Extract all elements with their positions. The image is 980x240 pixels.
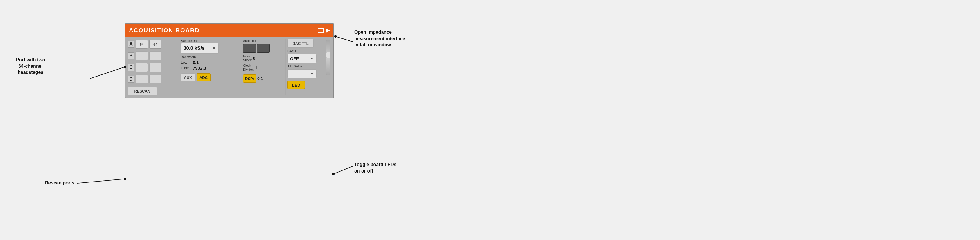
port-c-btn1[interactable] bbox=[135, 63, 148, 72]
port-d-btn2[interactable] bbox=[149, 75, 161, 83]
rescan-button[interactable]: RESCAN bbox=[128, 87, 157, 95]
title-bar-icons: ▶ bbox=[318, 27, 330, 34]
port-b-btn1[interactable] bbox=[135, 51, 148, 60]
svg-line-2 bbox=[77, 179, 125, 183]
ttl-settle-dropdown[interactable]: - ▼ bbox=[288, 69, 317, 78]
clock-divider-row: ClockDivider: 1 bbox=[243, 64, 284, 71]
audio-section: Audio out bbox=[243, 39, 284, 53]
port-row-c: C bbox=[128, 62, 177, 73]
dac-ttl-button[interactable]: DAC TTL bbox=[288, 39, 313, 48]
clock-divider-label: ClockDivider: bbox=[243, 64, 254, 71]
port-row-a: A 64 64 bbox=[128, 39, 177, 50]
port-c-btn2[interactable] bbox=[149, 63, 161, 72]
dsp-row: DSP: 0.1 bbox=[243, 74, 284, 83]
dac-hpf-label: DAC HPF bbox=[288, 50, 325, 53]
right-mid-section: Audio out NoiseSlicer: 0 ClockDivider: 1 bbox=[243, 39, 284, 95]
dsp-value: 0.1 bbox=[257, 76, 263, 81]
ttl-settle-value: - bbox=[290, 71, 309, 76]
bandwidth-low-row: Low: 0.1 bbox=[181, 60, 239, 65]
annotation-rescan-line1: Rescan ports bbox=[45, 180, 74, 185]
sample-rate-arrow: ▼ bbox=[212, 46, 216, 51]
title-bar: ACQUISITION BOARD ▶ bbox=[126, 24, 333, 37]
dac-hpf-dropdown[interactable]: OFF ▼ bbox=[288, 54, 317, 63]
audio-block-2[interactable] bbox=[257, 44, 270, 53]
divider-3 bbox=[285, 39, 286, 95]
vertical-slider[interactable] bbox=[326, 40, 331, 75]
dsp-button[interactable]: DSP: bbox=[243, 74, 256, 83]
noise-slicer-label: NoiseSlicer: bbox=[243, 54, 252, 62]
acq-content: A 64 64 B C D bbox=[126, 37, 333, 98]
annotation-port-two-line2: 64-channel bbox=[18, 64, 43, 69]
ports-section: A 64 64 B C D bbox=[128, 39, 177, 95]
annotation-impedance-line1: Open impedance bbox=[354, 30, 392, 35]
bw-low-value: 0.1 bbox=[193, 60, 199, 65]
annotation-leds-line1: Toggle board LEDs bbox=[354, 162, 396, 167]
port-row-d: D bbox=[128, 74, 177, 84]
acquisition-board-panel: ACQUISITION BOARD ▶ A 64 64 B bbox=[125, 23, 334, 98]
clock-divider-value: 1 bbox=[255, 66, 257, 70]
port-a-btn2[interactable]: 64 bbox=[149, 40, 161, 49]
adc-button[interactable]: ADC bbox=[197, 73, 210, 82]
slider-section bbox=[325, 39, 331, 95]
noise-slicer-row: NoiseSlicer: 0 bbox=[243, 54, 284, 62]
ttl-settle-arrow: ▼ bbox=[310, 71, 314, 76]
port-d-btn1[interactable] bbox=[135, 75, 148, 83]
ttl-settle-label: TTL Settle bbox=[288, 65, 325, 68]
divider-1 bbox=[179, 39, 179, 95]
annotation-port-two-line3: headstages bbox=[18, 70, 43, 75]
sample-rate-dropdown[interactable]: 30.0 kS/s ▼ bbox=[181, 43, 219, 54]
audio-block-1[interactable] bbox=[243, 44, 256, 53]
bw-low-label: Low: bbox=[181, 61, 191, 65]
dac-hpf-value: OFF bbox=[290, 56, 309, 61]
bw-high-label: High: bbox=[181, 66, 191, 70]
svg-point-5 bbox=[334, 35, 337, 38]
port-a-btn1[interactable]: 64 bbox=[135, 40, 148, 49]
annotation-leds: Toggle board LEDs on or off bbox=[354, 162, 396, 174]
sample-rate-value: 30.0 kS/s bbox=[183, 45, 210, 51]
slider-thumb[interactable] bbox=[326, 52, 330, 58]
bandwidth-high-row: High: 7932.3 bbox=[181, 66, 239, 70]
port-label-d: D bbox=[128, 76, 134, 83]
annotation-leds-line2: on or off bbox=[354, 168, 373, 173]
annotation-port-two-line1: Port with two bbox=[16, 57, 45, 62]
bottom-buttons: AUX ADC bbox=[181, 73, 239, 82]
ttl-settle-section: TTL Settle - ▼ bbox=[288, 65, 325, 78]
svg-line-4 bbox=[336, 36, 354, 42]
port-label-b: B bbox=[128, 52, 134, 59]
port-label-c: C bbox=[128, 64, 134, 71]
svg-line-6 bbox=[333, 166, 354, 174]
dac-section: DAC TTL DAC HPF OFF ▼ TTL Settle - ▼ bbox=[288, 39, 325, 95]
page-container: ACQUISITION BOARD ▶ A 64 64 B bbox=[0, 0, 980, 240]
aux-button[interactable]: AUX bbox=[181, 73, 195, 82]
window-icon[interactable] bbox=[318, 28, 324, 33]
middle-section: Sample Rate 30.0 kS/s ▼ Bandwidth Low: 0… bbox=[181, 39, 239, 95]
dac-hpf-section: DAC HPF OFF ▼ bbox=[288, 50, 325, 63]
dac-hpf-arrow: ▼ bbox=[310, 56, 314, 61]
port-label-a: A bbox=[128, 41, 134, 48]
led-button[interactable]: LED bbox=[288, 81, 305, 89]
annotation-impedance-line3: in tab or window bbox=[354, 42, 391, 47]
bandwidth-label: Bandwidth bbox=[181, 55, 239, 59]
svg-line-0 bbox=[90, 67, 125, 78]
bandwidth-section: Bandwidth Low: 0.1 High: 7932.3 bbox=[181, 55, 239, 70]
annotation-port-two: Port with two 64-channel headstages bbox=[16, 57, 45, 76]
bw-high-value: 7932.3 bbox=[193, 66, 206, 70]
noise-slicer-value: 0 bbox=[253, 56, 256, 61]
svg-point-3 bbox=[124, 178, 126, 180]
sample-rate-label: Sample Rate bbox=[181, 39, 239, 42]
annotation-impedance: Open impedance measurement interface in … bbox=[354, 29, 405, 48]
svg-point-7 bbox=[332, 173, 334, 175]
sample-rate-row: Sample Rate 30.0 kS/s ▼ bbox=[181, 39, 239, 54]
annotation-rescan: Rescan ports bbox=[45, 180, 74, 186]
arrow-icon[interactable]: ▶ bbox=[326, 27, 330, 34]
annotation-impedance-line2: measurement interface bbox=[354, 36, 405, 41]
audio-label: Audio out bbox=[243, 39, 284, 42]
port-row-b: B bbox=[128, 51, 177, 61]
panel-title: ACQUISITION BOARD bbox=[129, 27, 200, 34]
port-b-btn2[interactable] bbox=[149, 51, 161, 60]
audio-blocks bbox=[243, 44, 284, 53]
